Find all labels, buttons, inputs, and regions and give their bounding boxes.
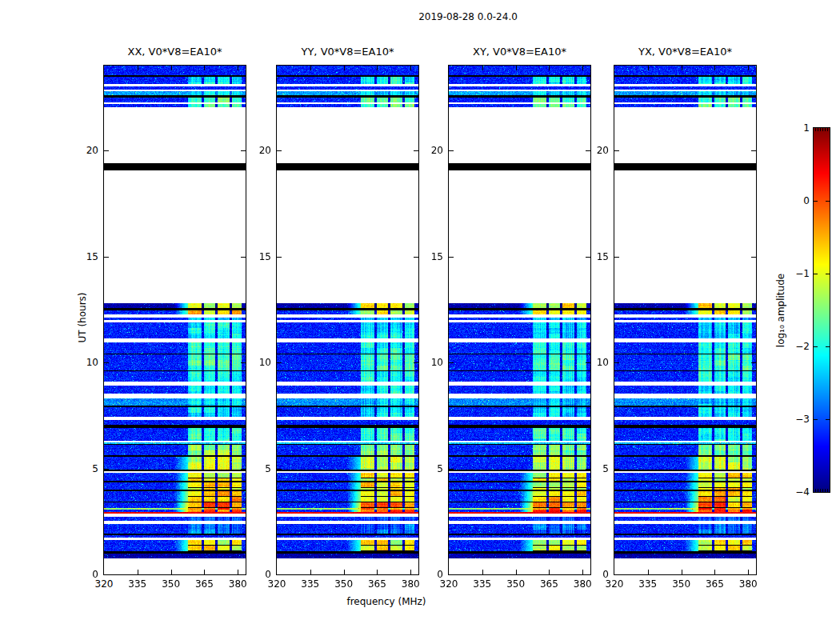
spectrogram-panel-xy bbox=[448, 65, 591, 575]
spectrogram-panel-yy bbox=[276, 65, 419, 575]
x-tick-label: 335 bbox=[294, 578, 326, 590]
x-tick-label: 350 bbox=[155, 578, 187, 590]
panel-title: XY, V0*V8=EA10* bbox=[429, 46, 610, 58]
y-tick-label: 5 bbox=[243, 462, 271, 475]
x-tick-label: 350 bbox=[500, 578, 532, 590]
y-tick-label: 20 bbox=[415, 144, 443, 157]
x-tick-label: 365 bbox=[698, 578, 730, 590]
colorbar-tick-label: −2 bbox=[784, 340, 810, 353]
colorbar-tick-label: −3 bbox=[784, 413, 810, 426]
y-tick-label: 0 bbox=[581, 568, 609, 581]
colorbar-tick-label: 1 bbox=[784, 122, 810, 134]
y-tick-label: 5 bbox=[415, 462, 443, 475]
colorbar-tick-label: −4 bbox=[784, 486, 810, 498]
x-axis-label: frequency (MHz) bbox=[330, 595, 442, 608]
y-tick-label: 0 bbox=[415, 568, 443, 581]
x-tick-label: 365 bbox=[361, 578, 393, 590]
x-tick-label: 335 bbox=[632, 578, 664, 590]
spectrogram-panel-xx bbox=[103, 65, 246, 575]
y-tick-label: 15 bbox=[581, 250, 609, 263]
figure: 2019-08-28 0.0-24.0 UT (hours) frequency… bbox=[0, 0, 840, 640]
y-tick-label: 20 bbox=[581, 144, 609, 157]
figure-title: 2019-08-28 0.0-24.0 bbox=[348, 10, 588, 23]
y-tick-label: 20 bbox=[70, 144, 98, 157]
y-tick-label: 10 bbox=[581, 356, 609, 369]
y-tick-label: 5 bbox=[70, 462, 98, 475]
y-tick-label: 10 bbox=[70, 356, 98, 369]
y-tick-label: 10 bbox=[243, 356, 271, 369]
x-tick-label: 365 bbox=[533, 578, 565, 590]
colorbar-tick-label: 0 bbox=[784, 194, 810, 207]
x-tick-label: 365 bbox=[188, 578, 220, 590]
y-tick-label: 15 bbox=[70, 250, 98, 263]
panel-title: YY, V0*V8=EA10* bbox=[257, 46, 438, 58]
colorbar-tick-label: −1 bbox=[784, 267, 810, 280]
x-tick-label: 335 bbox=[466, 578, 498, 590]
x-tick-label: 350 bbox=[666, 578, 698, 590]
colorbar bbox=[813, 127, 830, 493]
y-tick-label: 15 bbox=[243, 250, 271, 263]
panel-title: XX, V0*V8=EA10* bbox=[84, 46, 266, 58]
y-axis-label: UT (hours) bbox=[76, 266, 89, 370]
x-tick-label: 380 bbox=[732, 578, 764, 590]
y-tick-label: 20 bbox=[243, 144, 271, 157]
spectrogram-panel-yx bbox=[614, 65, 757, 575]
x-tick-label: 335 bbox=[122, 578, 154, 590]
x-tick-label: 350 bbox=[328, 578, 360, 590]
y-tick-label: 0 bbox=[243, 568, 271, 581]
y-tick-label: 0 bbox=[70, 568, 98, 581]
y-tick-label: 10 bbox=[415, 356, 443, 369]
y-tick-label: 5 bbox=[581, 462, 609, 475]
y-tick-label: 15 bbox=[415, 250, 443, 263]
panel-title: YX, V0*V8=EA10* bbox=[594, 46, 776, 58]
